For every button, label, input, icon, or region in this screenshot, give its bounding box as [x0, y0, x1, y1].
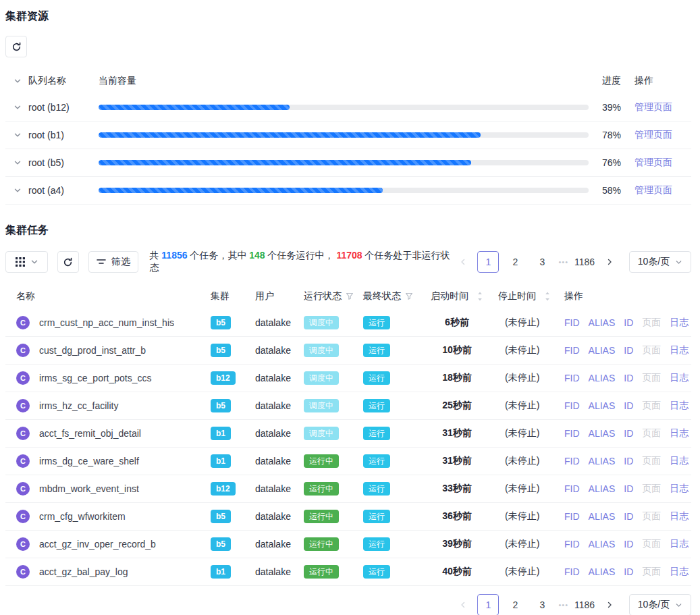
- page-button-1[interactable]: 1: [477, 594, 499, 615]
- fid-link[interactable]: FID: [564, 317, 580, 328]
- alias-link[interactable]: ALIAS: [589, 511, 616, 522]
- alias-link[interactable]: ALIAS: [589, 566, 616, 577]
- page-button-last[interactable]: 1186: [574, 594, 595, 615]
- page-button-2[interactable]: 2: [504, 594, 526, 615]
- task-name[interactable]: crm_cfg_wfworkitem: [39, 511, 126, 522]
- id-link[interactable]: ID: [624, 539, 633, 550]
- id-link[interactable]: ID: [624, 566, 633, 577]
- alias-link[interactable]: ALIAS: [589, 400, 616, 411]
- tasks-refresh-button[interactable]: [57, 251, 79, 273]
- log-link[interactable]: 日志: [670, 372, 689, 384]
- task-name[interactable]: irms_sg_ce_port_pots_ccs: [39, 373, 152, 383]
- log-link[interactable]: 日志: [670, 400, 689, 412]
- task-name[interactable]: acct_fs_remit_obj_detail: [39, 428, 141, 439]
- page-button-3[interactable]: 3: [531, 594, 553, 615]
- id-link[interactable]: ID: [624, 483, 633, 494]
- log-link[interactable]: 日志: [670, 427, 689, 439]
- task-name[interactable]: irms_hz_cc_facility: [39, 400, 118, 411]
- next-page-icon[interactable]: [601, 594, 618, 615]
- alias-link[interactable]: ALIAS: [589, 456, 616, 466]
- cluster-column-header: 集群: [211, 290, 230, 301]
- id-link[interactable]: ID: [624, 373, 633, 383]
- page-ellipsis[interactable]: •••: [558, 601, 568, 609]
- log-link[interactable]: 日志: [670, 344, 689, 356]
- user-name: datalake: [255, 566, 291, 577]
- resources-title: 集群资源: [5, 9, 691, 24]
- page-link: 页面: [642, 455, 661, 467]
- id-link[interactable]: ID: [624, 456, 633, 466]
- fid-link[interactable]: FID: [564, 345, 580, 356]
- task-name[interactable]: cust_dg_prod_inst_attr_b: [39, 345, 146, 356]
- page-button-1[interactable]: 1: [477, 251, 499, 273]
- fid-link[interactable]: FID: [564, 400, 580, 411]
- final-status-badge: 运行: [363, 344, 390, 357]
- user-name: datalake: [255, 317, 291, 328]
- page-link: 页面: [642, 510, 661, 523]
- log-link[interactable]: 日志: [670, 455, 689, 467]
- task-name[interactable]: acct_gz_bal_pay_log: [39, 566, 128, 577]
- fid-link[interactable]: FID: [564, 483, 580, 494]
- page-size-value: 10条/页: [638, 599, 670, 611]
- stop-time-sorter-icon[interactable]: [544, 291, 551, 302]
- task-row: Cirms_hz_cc_facility b5 datalake 调度中 运行 …: [5, 392, 691, 420]
- final-status-badge: 运行: [363, 565, 390, 579]
- log-link[interactable]: 日志: [670, 566, 689, 578]
- alias-link[interactable]: ALIAS: [589, 428, 616, 439]
- start-time: 36秒前: [431, 510, 498, 523]
- start-time-sorter-icon[interactable]: [477, 291, 483, 302]
- expand-row-icon[interactable]: [14, 159, 22, 167]
- manage-page-link[interactable]: 管理页面: [635, 184, 672, 195]
- fid-link[interactable]: FID: [564, 373, 580, 383]
- page-button-3[interactable]: 3: [531, 251, 553, 273]
- id-link[interactable]: ID: [624, 400, 633, 411]
- log-link[interactable]: 日志: [670, 317, 689, 329]
- id-link[interactable]: ID: [624, 317, 633, 328]
- page-button-last[interactable]: 1186: [574, 251, 595, 273]
- prev-page-icon[interactable]: [454, 251, 472, 273]
- collapse-all-icon[interactable]: [14, 77, 22, 85]
- page-ellipsis[interactable]: •••: [558, 258, 568, 266]
- final-status-filter-icon[interactable]: [405, 292, 413, 300]
- expand-row-icon[interactable]: [14, 131, 22, 139]
- id-link[interactable]: ID: [624, 428, 633, 439]
- fid-link[interactable]: FID: [564, 511, 580, 522]
- manage-page-link[interactable]: 管理页面: [635, 157, 672, 167]
- alias-link[interactable]: ALIAS: [589, 345, 616, 356]
- page-button-2[interactable]: 2: [504, 251, 526, 273]
- alias-link[interactable]: ALIAS: [589, 483, 616, 494]
- alias-link[interactable]: ALIAS: [589, 539, 616, 550]
- log-link[interactable]: 日志: [670, 483, 689, 495]
- alias-link[interactable]: ALIAS: [589, 373, 616, 383]
- page-size-select[interactable]: 10条/页: [629, 251, 691, 273]
- expand-row-icon[interactable]: [14, 103, 22, 111]
- final-status-column-header: 最终状态: [363, 290, 401, 302]
- fid-link[interactable]: FID: [564, 539, 580, 550]
- task-name[interactable]: mbdm_work_event_inst: [39, 483, 139, 494]
- resources-table: 队列名称 当前容量 进度 操作 root (b12) 39% 管理页面 root…: [5, 68, 691, 205]
- queue-column-header: 队列名称: [28, 75, 66, 87]
- fid-link[interactable]: FID: [564, 456, 580, 466]
- fid-link[interactable]: FID: [564, 566, 580, 577]
- manage-page-link[interactable]: 管理页面: [635, 129, 672, 140]
- fid-link[interactable]: FID: [564, 428, 580, 439]
- task-name[interactable]: acct_gz_inv_oper_record_b: [39, 539, 156, 550]
- log-link[interactable]: 日志: [670, 510, 689, 523]
- alias-link[interactable]: ALIAS: [589, 317, 616, 328]
- prev-page-icon[interactable]: [454, 594, 472, 615]
- filter-button[interactable]: 筛选: [88, 251, 139, 273]
- progress-value: 39%: [602, 102, 621, 113]
- task-name[interactable]: crm_cust_np_acc_num_inst_his: [39, 317, 174, 328]
- page-size-select[interactable]: 10条/页: [629, 594, 691, 615]
- run-status-filter-icon[interactable]: [346, 292, 354, 300]
- log-link[interactable]: 日志: [670, 538, 689, 550]
- id-link[interactable]: ID: [624, 345, 633, 356]
- task-name[interactable]: irms_dg_ce_ware_shelf: [39, 456, 139, 466]
- next-page-icon[interactable]: [601, 251, 618, 273]
- expand-row-icon[interactable]: [14, 186, 22, 194]
- manage-page-link[interactable]: 管理页面: [635, 101, 672, 112]
- task-row: Ccrm_cust_np_acc_num_inst_his b5 datalak…: [5, 309, 691, 337]
- id-link[interactable]: ID: [624, 511, 633, 522]
- columns-select-button[interactable]: [5, 251, 48, 273]
- resources-refresh-button[interactable]: [5, 36, 27, 57]
- stop-time: (未停止): [498, 538, 564, 550]
